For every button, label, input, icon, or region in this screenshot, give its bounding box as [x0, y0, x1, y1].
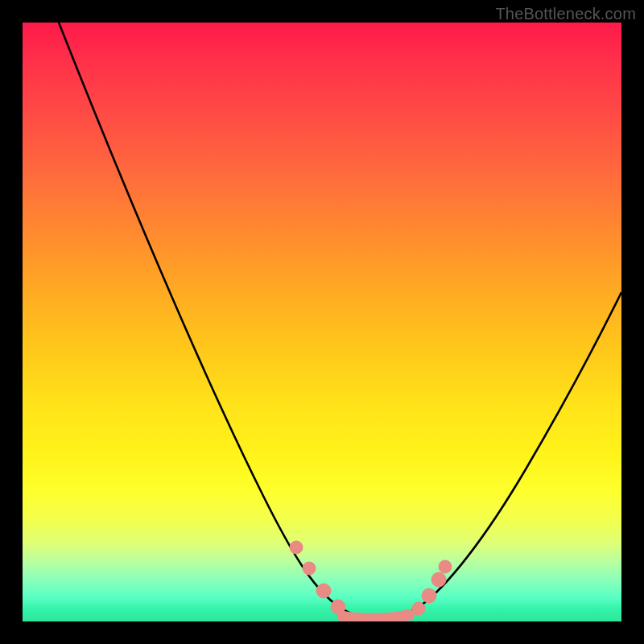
- chart-frame: TheBottleneck.com: [0, 0, 644, 644]
- curve-layer: [23, 23, 621, 621]
- svg-point-5: [422, 588, 436, 603]
- svg-point-2: [316, 584, 331, 598]
- bottleneck-curve: [59, 23, 621, 618]
- svg-point-3: [331, 600, 345, 614]
- svg-point-6: [431, 572, 446, 587]
- svg-point-1: [303, 562, 316, 575]
- marker-group: [290, 541, 452, 619]
- watermark-text: TheBottleneck.com: [495, 5, 636, 23]
- svg-point-7: [439, 560, 452, 573]
- svg-point-0: [290, 541, 303, 554]
- svg-point-4: [412, 602, 425, 615]
- plot-area: [23, 23, 621, 621]
